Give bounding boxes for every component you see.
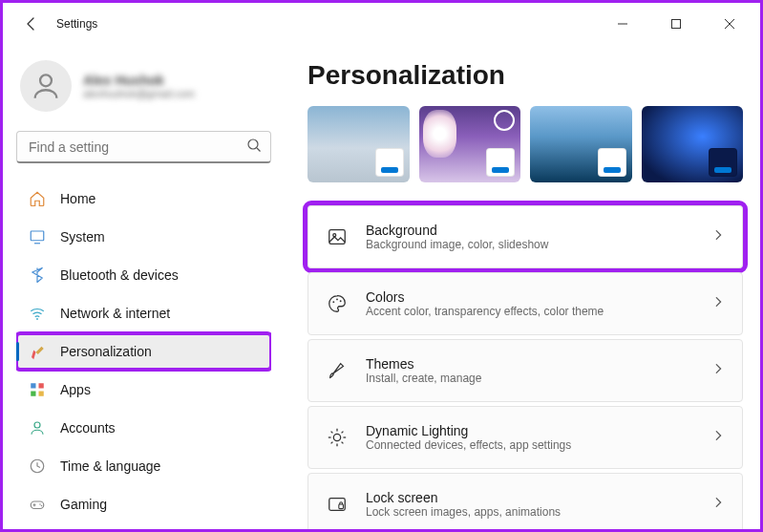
theme-thumbnail[interactable]: [530, 106, 632, 182]
svg-rect-11: [39, 392, 44, 396]
card-subtitle: Lock screen images, apps, animations: [366, 505, 694, 519]
settings-card-palette[interactable]: ColorsAccent color, transparency effects…: [307, 272, 743, 335]
accounts-icon: [28, 418, 47, 437]
svg-line-29: [331, 442, 333, 444]
svg-rect-17: [329, 230, 346, 245]
theme-thumbnails: [307, 106, 743, 182]
chevron-right-icon: [711, 429, 725, 446]
svg-point-15: [39, 503, 41, 505]
svg-rect-1: [672, 20, 681, 29]
sidebar-item-accounts[interactable]: Accounts: [16, 410, 271, 446]
theme-thumbnail[interactable]: [419, 106, 521, 182]
svg-point-12: [34, 422, 40, 428]
card-title: Background: [366, 223, 694, 238]
back-button[interactable]: [16, 9, 47, 39]
sidebar-item-label: Gaming: [60, 497, 107, 512]
palette-icon: [326, 292, 349, 315]
svg-point-21: [340, 300, 342, 302]
sidebar-item-apps[interactable]: Apps: [16, 372, 271, 408]
light-icon: [326, 426, 349, 449]
sidebar-item-system[interactable]: System: [16, 219, 271, 255]
wifi-icon: [28, 304, 47, 323]
close-button[interactable]: [710, 9, 749, 39]
sidebar-item-gaming[interactable]: Gaming: [16, 486, 271, 522]
svg-point-3: [248, 139, 258, 149]
sidebar-item-label: Network & internet: [60, 306, 170, 321]
search-icon: [246, 138, 262, 157]
chevron-right-icon: [711, 496, 725, 513]
card-title: Dynamic Lighting: [366, 423, 694, 438]
search-box[interactable]: [16, 131, 271, 163]
window-title: Settings: [56, 17, 97, 31]
card-title: Themes: [366, 356, 694, 372]
sidebar-item-label: Apps: [60, 382, 91, 397]
page-title: Personalization: [307, 60, 743, 91]
home-icon: [28, 189, 47, 208]
system-icon: [28, 227, 47, 246]
svg-rect-32: [339, 504, 344, 509]
card-title: Colors: [366, 289, 694, 305]
profile-text: Alex Hushok alexhushok@gmail.com: [83, 73, 195, 99]
profile[interactable]: Alex Hushok alexhushok@gmail.com: [16, 60, 271, 112]
settings-card-light[interactable]: Dynamic LightingConnected devices, effec…: [307, 406, 743, 469]
sidebar-item-label: System: [60, 229, 105, 245]
time-icon: [28, 457, 47, 476]
svg-point-7: [36, 318, 38, 320]
avatar: [20, 60, 72, 112]
svg-line-30: [342, 432, 344, 434]
card-subtitle: Connected devices, effects, app settings: [366, 438, 694, 452]
lock-icon: [326, 493, 349, 516]
card-subtitle: Accent color, transparency effects, colo…: [366, 305, 694, 318]
svg-rect-10: [31, 392, 35, 396]
maximize-button[interactable]: [657, 9, 695, 39]
svg-point-22: [333, 434, 340, 440]
sidebar-item-label: Bluetooth & devices: [60, 267, 179, 283]
svg-rect-8: [31, 383, 35, 388]
svg-point-16: [41, 505, 43, 507]
svg-rect-14: [31, 501, 44, 509]
image-icon: [326, 225, 349, 248]
sidebar-item-home[interactable]: Home: [16, 181, 271, 217]
minimize-button[interactable]: [604, 9, 642, 39]
settings-card-brush[interactable]: ThemesInstall, create, manage: [307, 339, 743, 402]
brush-icon: [326, 359, 349, 382]
sidebar-item-label: Time & language: [60, 458, 160, 474]
sidebar-item-time[interactable]: Time & language: [16, 448, 271, 484]
card-subtitle: Install, create, manage: [366, 372, 694, 385]
svg-point-20: [336, 299, 338, 301]
theme-thumbnail[interactable]: [642, 106, 744, 182]
gaming-icon: [28, 495, 47, 514]
personalization-icon: [28, 342, 47, 361]
svg-point-19: [332, 301, 334, 303]
sidebar-item-label: Accounts: [60, 420, 116, 436]
sidebar-item-bluetooth[interactable]: Bluetooth & devices: [16, 257, 271, 293]
svg-rect-9: [39, 383, 44, 388]
svg-rect-5: [31, 231, 44, 241]
sidebar-item-personalization[interactable]: Personalization: [16, 333, 271, 370]
apps-icon: [28, 380, 47, 399]
card-title: Lock screen: [366, 490, 694, 505]
svg-point-2: [40, 74, 52, 86]
sidebar-item-wifi[interactable]: Network & internet: [16, 295, 271, 331]
chevron-right-icon: [711, 362, 725, 379]
settings-card-lock[interactable]: Lock screenLock screen images, apps, ani…: [307, 473, 743, 529]
svg-line-4: [257, 148, 261, 152]
card-subtitle: Background image, color, slideshow: [366, 238, 694, 251]
svg-line-28: [342, 442, 344, 444]
sidebar-item-label: Personalization: [60, 344, 152, 359]
chevron-right-icon: [711, 228, 725, 245]
theme-thumbnail[interactable]: [307, 106, 410, 182]
bluetooth-icon: [28, 266, 47, 285]
search-input[interactable]: [16, 131, 271, 163]
sidebar-item-label: Home: [60, 191, 95, 206]
svg-line-27: [331, 432, 333, 434]
settings-card-image[interactable]: BackgroundBackground image, color, slide…: [307, 205, 743, 268]
chevron-right-icon: [711, 295, 725, 312]
